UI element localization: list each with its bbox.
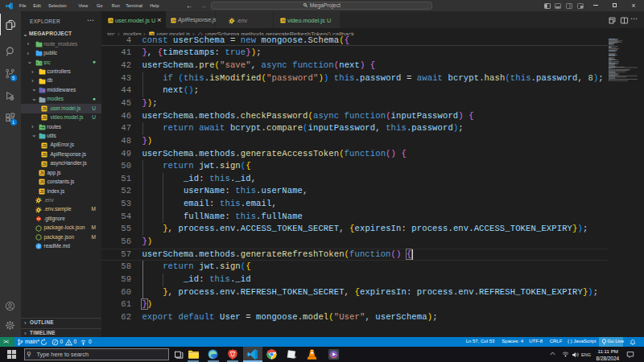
svg-text:JS: JS bbox=[39, 171, 44, 175]
svg-text:JS: JS bbox=[39, 190, 44, 194]
svg-text:i: i bbox=[38, 245, 39, 249]
svg-text:JS: JS bbox=[42, 162, 47, 167]
svg-text:JS: JS bbox=[171, 19, 175, 23]
svg-text:JS: JS bbox=[109, 19, 113, 23]
svg-text:JS: JS bbox=[42, 153, 47, 157]
svg-text:JS: JS bbox=[281, 19, 285, 23]
svg-text:JS: JS bbox=[42, 116, 47, 120]
svg-text:JS: JS bbox=[42, 144, 47, 148]
svg-text:JS: JS bbox=[39, 180, 44, 184]
svg-text:JS: JS bbox=[42, 107, 47, 111]
